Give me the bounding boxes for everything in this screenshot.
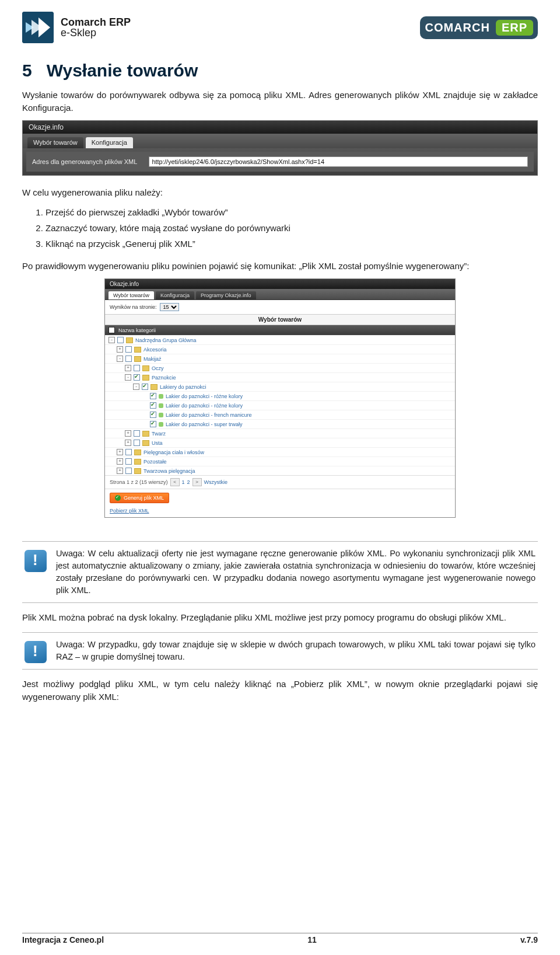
- alert-icon: [24, 641, 47, 663]
- logo-left: Comarch ERP e-Sklep: [22, 12, 131, 43]
- tree-row[interactable]: -Paznokcie: [105, 372, 455, 382]
- tree-row[interactable]: +Pielęgnacja ciała i włosów: [105, 447, 455, 456]
- tree-row[interactable]: +Pozostałe: [105, 456, 455, 466]
- section-number: 5: [22, 61, 32, 80]
- tree-checkbox[interactable]: [150, 412, 156, 418]
- download-xml-link[interactable]: Pobierz plik XML: [105, 507, 455, 517]
- tree-label: Oczy: [152, 365, 164, 371]
- shot2-tab-0[interactable]: Wybór towarów: [108, 291, 154, 299]
- tab-wybor-towarow[interactable]: Wybór towarów: [27, 137, 83, 148]
- expand-icon[interactable]: +: [117, 449, 123, 455]
- screenshot-config-panel: Okazje.info Wybór towarów Konfiguracja A…: [22, 120, 538, 176]
- generate-xml-label: Generuj plik XML: [124, 495, 164, 501]
- page-next[interactable]: >: [192, 478, 202, 486]
- tree-checkbox[interactable]: [134, 440, 140, 446]
- select-all-checkbox[interactable]: [108, 327, 115, 333]
- folder-icon: [142, 431, 149, 437]
- tree-row[interactable]: -Nadrzędna Grupa Główna: [105, 335, 455, 344]
- folder-icon: [134, 459, 141, 465]
- doc-header: Comarch ERP e-Sklep COMARCH ERP: [22, 12, 538, 43]
- folder-icon: [142, 365, 149, 371]
- logo-text: Comarch ERP e-Sklep: [61, 17, 131, 38]
- button-bar: Generuj plik XML: [105, 489, 455, 507]
- tree-row[interactable]: Lakier do paznokci - różne kolory: [105, 391, 455, 400]
- page-all[interactable]: Wszystkie: [204, 479, 228, 485]
- note-2-text: Uwaga: W przypadku, gdy towar znajduje s…: [56, 639, 536, 663]
- category-tree: -Nadrzędna Grupa Główna+Akcesoria-Makija…: [105, 335, 455, 475]
- expand-icon[interactable]: +: [125, 365, 131, 371]
- tree-checkbox[interactable]: [125, 449, 132, 455]
- tree-label: Lakier do paznokci - różne kolory: [166, 403, 243, 409]
- section-title: Wysłanie towarów: [47, 61, 198, 80]
- tree-checkbox[interactable]: [125, 468, 132, 474]
- tree-checkbox[interactable]: [150, 402, 156, 409]
- folder-icon: [134, 468, 141, 474]
- tree-row[interactable]: Lakier do paznokci - super trwały: [105, 419, 455, 428]
- per-page-bar: Wyników na stronie: 15: [105, 300, 455, 315]
- tree-checkbox[interactable]: [134, 365, 140, 371]
- xml-address-input[interactable]: [149, 156, 528, 167]
- collapse-icon[interactable]: -: [125, 374, 131, 381]
- tree-label: Lakier do paznokci - różne kolory: [166, 393, 243, 399]
- generate-xml-button[interactable]: Generuj plik XML: [110, 493, 169, 503]
- tree-row[interactable]: -Makijaż: [105, 354, 455, 363]
- page-2[interactable]: 2: [187, 479, 190, 485]
- tree-label: Lakier do paznokci - french manicure: [166, 412, 252, 418]
- expand-icon[interactable]: +: [117, 346, 123, 353]
- expand-icon[interactable]: +: [117, 468, 123, 474]
- footer-center: 11: [307, 935, 317, 944]
- tree-label: Twarz: [152, 431, 166, 437]
- collapse-icon[interactable]: -: [133, 384, 139, 390]
- page-prev[interactable]: <: [170, 478, 180, 486]
- alert-icon: [24, 550, 47, 572]
- section-heading: 5 Wysłanie towarów: [22, 61, 538, 81]
- tree-label: Lakiery do paznokci: [160, 384, 206, 390]
- tree-row[interactable]: +Akcesoria: [105, 344, 455, 354]
- tree-label: Nadrzędna Grupa Główna: [135, 337, 197, 343]
- shot2-tabbar: Wybór towarów Konfiguracja Programy Okaz…: [105, 289, 455, 299]
- tree-row[interactable]: Lakier do paznokci - french manicure: [105, 410, 455, 419]
- tree-row[interactable]: Lakier do paznokci - różne kolory: [105, 400, 455, 410]
- tab-konfiguracja[interactable]: Konfiguracja: [86, 137, 133, 148]
- tree-checkbox[interactable]: [134, 374, 140, 381]
- tree-checkbox[interactable]: [125, 458, 132, 465]
- logo-right-pill: ERP: [496, 20, 533, 36]
- shot1-panel: Adres dla generowanych plików XML: [23, 148, 537, 175]
- logo-line1: Comarch ERP: [61, 17, 131, 27]
- shot2-tab-2[interactable]: Programy Okazje.info: [196, 291, 256, 299]
- tree-row[interactable]: +Oczy: [105, 363, 455, 372]
- folder-icon: [134, 347, 141, 353]
- xml-address-label: Adres dla generowanych plików XML: [32, 158, 137, 165]
- expand-icon[interactable]: +: [125, 440, 131, 446]
- expand-icon[interactable]: +: [117, 458, 123, 465]
- tree-checkbox[interactable]: [125, 355, 132, 362]
- shot2-tab-1[interactable]: Konfiguracja: [156, 291, 194, 299]
- per-page-select[interactable]: 15: [160, 303, 179, 311]
- collapse-icon[interactable]: -: [108, 337, 115, 343]
- step-2: Zaznaczyć towary, które mają zostać wysł…: [46, 220, 538, 236]
- note-1: Uwaga: W celu aktualizacji oferty nie je…: [22, 541, 538, 603]
- tree-row[interactable]: +Usta: [105, 438, 455, 447]
- leaf-icon: [159, 422, 163, 427]
- tree-checkbox[interactable]: [117, 337, 124, 343]
- steps-list: Przejść do pierwszej zakładki „Wybór tow…: [22, 204, 538, 252]
- tree-checkbox[interactable]: [150, 393, 156, 399]
- tail-paragraph: Jest możliwy podgląd pliku XML, w tym ce…: [22, 678, 538, 703]
- tree-row[interactable]: +Twarz: [105, 428, 455, 438]
- tree-label: Makijaż: [144, 356, 162, 362]
- page-1[interactable]: 1: [182, 479, 185, 485]
- note-1-text: Uwaga: W celu aktualizacji oferty nie je…: [56, 548, 536, 597]
- tree-checkbox[interactable]: [134, 430, 140, 437]
- shot1-tabbar: Wybór towarów Konfiguracja: [23, 134, 537, 148]
- tree-checkbox[interactable]: [125, 346, 132, 353]
- tree-checkbox[interactable]: [150, 421, 156, 427]
- tree-row[interactable]: +Twarzowa pielęgnacja: [105, 466, 455, 475]
- column-header: Nazwa kategorii: [105, 325, 455, 335]
- logo-right-brand: COMARCH: [425, 21, 489, 34]
- tree-row[interactable]: -Lakiery do paznokci: [105, 382, 455, 391]
- expand-icon[interactable]: +: [125, 430, 131, 437]
- tree-checkbox[interactable]: [142, 384, 148, 390]
- steps-intro: W celu wygenerowania pliku należy:: [22, 186, 538, 199]
- tree-label: Lakier do paznokci - super trwały: [166, 421, 243, 427]
- collapse-icon[interactable]: -: [117, 355, 123, 362]
